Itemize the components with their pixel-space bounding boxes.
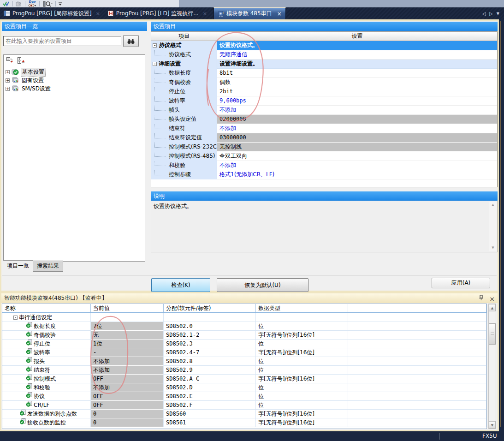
data-type-cell: 字[无符号]/位列[16位] bbox=[256, 410, 348, 418]
convert-icon[interactable] bbox=[15, 0, 23, 7]
expand-plus-icon[interactable]: + bbox=[6, 87, 10, 91]
tab-close-icon[interactable]: × bbox=[203, 11, 207, 17]
monitor-item-label: 控制模式 bbox=[34, 375, 56, 383]
ladder-monitor-icon bbox=[107, 11, 114, 16]
watch-item-icon bbox=[26, 357, 32, 365]
monitor-row[interactable]: 停止位 1位 SD8502.3 位 bbox=[2, 340, 486, 348]
data-type-cell: 字[无符号]/位列[16位] bbox=[256, 331, 348, 340]
device-search-icon[interactable] bbox=[42, 0, 53, 7]
tab-navigation: ◁ ▷ ▼ bbox=[482, 7, 504, 19]
tab-search-result[interactable]: 搜索结果 bbox=[33, 261, 63, 272]
data-type-cell: 位 bbox=[256, 383, 348, 392]
toolbar-separator bbox=[25, 1, 25, 6]
tab-item-list[interactable]: 项目一览 bbox=[3, 260, 33, 272]
monitor-row[interactable]: - 串行通信设定 bbox=[2, 313, 486, 322]
collapse-tree-icon[interactable] bbox=[6, 57, 14, 64]
expand-plus-icon[interactable]: + bbox=[6, 70, 10, 74]
tab-close-icon[interactable]: × bbox=[96, 11, 100, 17]
tab-progpou-local-label[interactable]: ProgPou [PRG] [局部标签设置] × bbox=[0, 7, 104, 19]
monitor-row[interactable]: CR/LF OFF SD8502.F 位 bbox=[2, 401, 486, 410]
tree-item-inherent-settings[interactable]: + 固有设置 bbox=[6, 76, 52, 84]
search-input[interactable] bbox=[3, 36, 121, 46]
empty-cell bbox=[348, 340, 486, 348]
monitor-item-label: 停止位 bbox=[34, 340, 50, 348]
monitor-item-label: 接收点数的监控 bbox=[27, 418, 66, 427]
monitor-scrollbar[interactable]: ▲ ▼ bbox=[488, 304, 496, 429]
monitor-name-cell: 和校验 bbox=[2, 383, 91, 392]
scroll-down-icon[interactable]: ▼ bbox=[489, 421, 496, 429]
apply-separator bbox=[2, 275, 497, 275]
restore-default-button[interactable]: 恢复为默认(U) bbox=[217, 278, 308, 292]
tree-item-smsd-settings[interactable]: + SM/SD设置 bbox=[6, 84, 52, 93]
close-icon[interactable]: × bbox=[489, 294, 495, 304]
check-button[interactable]: 检查(K) bbox=[151, 278, 210, 292]
watch-item-icon bbox=[26, 322, 32, 330]
empty-cell bbox=[348, 366, 486, 375]
tab-label: 模块参数 485串口 bbox=[226, 10, 272, 18]
data-type-cell: 字[无符号]/位列[16位] bbox=[256, 418, 348, 427]
monitor-name-cell: 协议 bbox=[2, 392, 91, 401]
search-button[interactable] bbox=[123, 35, 139, 47]
monitor-name-cell: 奇偶校验 bbox=[2, 331, 91, 340]
expand-tree-icon[interactable] bbox=[17, 57, 25, 64]
column-header-device-label: 分配(软元件/标签) bbox=[164, 304, 256, 312]
main-toolbar: Dev bbox=[0, 0, 504, 7]
watch-item-icon bbox=[26, 375, 32, 383]
device-assignment-cell: SD8502.F bbox=[164, 401, 256, 410]
tab-progpou-ladder-monitor[interactable]: ProgPou [PRG] [LD] 监视执行... × bbox=[104, 7, 211, 19]
monitor-row[interactable]: 控制模式 OFF SD8502.A-C 字[无符号]/位列[16位] bbox=[2, 375, 486, 383]
monitor-row[interactable]: 发送数据的剩余点数 0 SD8560 字[无符号]/位列[16位] bbox=[2, 410, 486, 418]
device-display-icon[interactable]: Dev bbox=[27, 0, 37, 7]
setting-item-tree-box: + 基本设置 + 固有设置 + bbox=[3, 54, 145, 262]
settings-table-header: 项目 设置 bbox=[151, 32, 497, 41]
current-value-cell: OFF bbox=[91, 392, 164, 401]
device-assignment-cell: SD8502.1-2 bbox=[164, 331, 256, 340]
monitor-table: 名称 当前值 分配(软元件/标签) 数据类型 - 串行通信设定 bbox=[2, 304, 487, 429]
watch-item-icon bbox=[26, 366, 32, 374]
current-value-cell: 1位 bbox=[91, 340, 164, 348]
empty-cell bbox=[348, 392, 486, 401]
tab-scroll-left-icon[interactable]: ◁ bbox=[482, 11, 486, 16]
monitor-row[interactable]: 协议 OFF SD8502.E 位 bbox=[2, 392, 486, 401]
current-value-cell: 0 bbox=[91, 418, 164, 427]
device-type-label: FX5U bbox=[482, 433, 497, 439]
monitor-name-cell: 控制模式 bbox=[2, 375, 91, 383]
collapse-minus-icon[interactable]: - bbox=[13, 316, 18, 320]
monitor-row[interactable]: 奇偶校验 无 SD8502.1-2 字[无符号]/位列[16位] bbox=[2, 331, 486, 340]
tab-label: ProgPou [PRG] [局部标签设置] bbox=[12, 10, 92, 18]
data-type-cell: 位 bbox=[256, 392, 348, 401]
monitor-row[interactable]: 接收点数的监控 0 SD8561 字[无符号]/位列[16位] bbox=[2, 418, 486, 427]
pin-icon[interactable] bbox=[479, 294, 484, 304]
setting-item-list-header: 设置项目一览 bbox=[2, 22, 147, 31]
program-check-icon[interactable] bbox=[2, 0, 11, 7]
local-label-table-icon bbox=[4, 11, 10, 16]
scrollbar-thumb[interactable] bbox=[489, 323, 496, 345]
apply-button[interactable]: 应用(A) bbox=[432, 278, 490, 288]
monitor-item-label: 发送数据的剩余点数 bbox=[27, 410, 77, 418]
empty-cell bbox=[348, 418, 486, 427]
monitor-panel-header: 智能功能模块监视4(485串口) 【监看中】 × bbox=[1, 293, 498, 303]
monitor-row[interactable]: 报头 不添加 SD8502.8 位 bbox=[2, 357, 486, 366]
monitor-panel-title: 智能功能模块监视4(485串口) 【监看中】 bbox=[4, 295, 107, 301]
tab-close-icon[interactable]: × bbox=[277, 11, 282, 17]
monitor-name-cell: 结束符 bbox=[2, 366, 91, 375]
scroll-up-icon[interactable]: ▲ bbox=[489, 304, 496, 311]
tree-item-basic-settings[interactable]: + 基本设置 bbox=[6, 68, 52, 76]
monitor-row[interactable]: 和校验 不添加 SD8502.D 位 bbox=[2, 383, 486, 392]
current-value-cell: OFF bbox=[91, 401, 164, 410]
monitor-row[interactable]: 数据长度 7位 SD8502.0 位 bbox=[2, 322, 486, 331]
monitor-row[interactable]: 波特率 - SD8502.4-7 字[无符号]/位列[16位] bbox=[2, 348, 486, 357]
expand-plus-icon[interactable]: + bbox=[6, 78, 10, 83]
tab-scroll-right-icon[interactable]: ▷ bbox=[489, 11, 493, 16]
module-settings-icon bbox=[12, 77, 19, 83]
tab-module-parameter-485[interactable]: 模块参数 485串口 × bbox=[213, 7, 286, 19]
empty-cell bbox=[348, 383, 486, 392]
tab-list-dropdown-icon[interactable]: ▼ bbox=[497, 12, 499, 16]
monitor-item-label: 数据长度 bbox=[34, 322, 56, 330]
toolbar-overflow-icon[interactable] bbox=[58, 0, 63, 7]
device-assignment-cell: SD8560 bbox=[164, 410, 256, 418]
toolbar-separator bbox=[39, 1, 40, 6]
monitor-row[interactable]: 结束符 不添加 SD8502.9 位 bbox=[2, 366, 486, 375]
module-settings-icon bbox=[12, 85, 19, 92]
dev-label: Dev bbox=[29, 0, 36, 4]
